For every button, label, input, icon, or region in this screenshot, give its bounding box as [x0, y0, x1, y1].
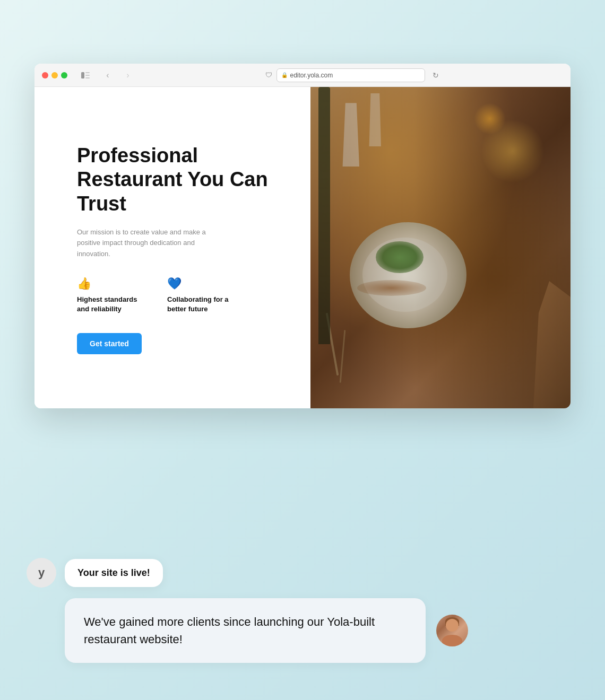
- traffic-light-red[interactable]: [42, 72, 48, 78]
- traffic-light-yellow[interactable]: [51, 72, 58, 78]
- browser-chrome: ‹ › 🛡 🔒 editor.yola.com ↻: [34, 64, 571, 87]
- svg-rect-2: [85, 75, 90, 76]
- sidebar-toggle-btn[interactable]: [78, 69, 93, 81]
- svg-rect-3: [85, 77, 90, 78]
- dark-overlay: [310, 87, 571, 408]
- feature-1: 👍 Highest standards and reliability: [77, 277, 146, 314]
- get-started-button[interactable]: Get started: [77, 333, 142, 354]
- chat-section: y Your site is live! We've gained more c…: [27, 558, 578, 663]
- refresh-button[interactable]: ↻: [433, 71, 439, 80]
- testimonial-text: We've gained more clients since launchin…: [84, 615, 375, 646]
- testimonial-row: We've gained more clients since launchin…: [65, 598, 578, 663]
- yola-avatar-letter: y: [38, 566, 45, 580]
- features-row: 👍 Highest standards and reliability 💙 Co…: [77, 277, 284, 314]
- wine-bottle: [318, 87, 330, 344]
- address-bar[interactable]: 🔒 editor.yola.com: [276, 68, 425, 82]
- hero-subtitle: Our mission is to create value and make …: [77, 227, 215, 260]
- svg-rect-1: [85, 72, 90, 73]
- url-text: editor.yola.com: [290, 72, 333, 79]
- back-button[interactable]: ‹: [100, 69, 115, 81]
- traffic-light-green[interactable]: [61, 72, 67, 78]
- browser-content: Professional Restaurant You Can Trust Ou…: [34, 87, 571, 408]
- right-panel: [310, 87, 571, 408]
- forward-button[interactable]: ›: [120, 69, 135, 81]
- avatar-body: [442, 635, 462, 646]
- svg-rect-0: [81, 72, 84, 78]
- food-image: [310, 87, 571, 408]
- browser-window: ‹ › 🛡 🔒 editor.yola.com ↻ Professional R…: [34, 64, 571, 408]
- site-live-bubble: Your site is live!: [65, 559, 163, 587]
- heart-icon: 💙: [167, 277, 236, 291]
- site-live-row: y Your site is live!: [27, 558, 578, 588]
- lock-icon: 🔒: [281, 72, 288, 78]
- feature-2-label: Collaborating for a better future: [167, 295, 236, 314]
- security-icon-area: 🛡: [265, 71, 272, 79]
- address-bar-container: 🛡 🔒 editor.yola.com ↻: [141, 68, 563, 82]
- site-live-text: Your site is live!: [77, 567, 150, 578]
- feature-2: 💙 Collaborating for a better future: [167, 277, 236, 314]
- left-panel: Professional Restaurant You Can Trust Ou…: [34, 87, 310, 408]
- feature-1-label: Highest standards and reliability: [77, 295, 146, 314]
- traffic-lights: [42, 72, 67, 78]
- user-avatar: [436, 615, 468, 646]
- thumbsup-icon: 👍: [77, 277, 146, 291]
- yola-avatar: y: [27, 558, 56, 588]
- hero-title: Professional Restaurant You Can Trust: [77, 144, 284, 216]
- testimonial-bubble: We've gained more clients since launchin…: [65, 598, 426, 663]
- avatar-head: [446, 619, 459, 632]
